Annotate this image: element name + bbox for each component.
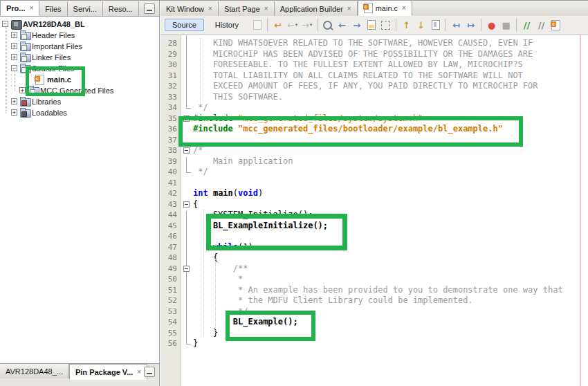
application-builder-tab[interactable]: Application Builder× [275, 1, 358, 16]
kit-window-tab[interactable]: Kit Window× [160, 1, 219, 16]
line-number: 46 [168, 231, 177, 242]
line-number: 43 [168, 199, 177, 210]
expand-node-icon[interactable]: + [11, 54, 17, 60]
services-tab[interactable]: Servi... [68, 1, 103, 16]
expand-node-icon[interactable]: + [11, 98, 17, 104]
line-number: 33 [168, 92, 177, 103]
uncomment-icon[interactable]: // [535, 19, 548, 32]
find-selection-icon[interactable] [321, 19, 334, 32]
line-number: 36 [168, 124, 177, 135]
tree-item-header-files[interactable]: +Header Files [0, 30, 159, 41]
line-number: 30 [168, 59, 177, 71]
editor-toolbar: Source History ↩←▾→▾←→↑↓↤↦●■////c [160, 16, 588, 35]
avr128da48-window-tab[interactable]: AVR128DA48_... [0, 364, 69, 378]
line-number: 39 [168, 156, 177, 167]
tree-item-mcc-generated-files[interactable]: +MCC Generated Files [0, 85, 159, 96]
shift-line-right-icon[interactable]: ↦ [464, 19, 477, 32]
tree-item-main-c[interactable]: cmain.c [0, 74, 159, 85]
fold-extent-line [186, 211, 187, 340]
collapse-node-icon[interactable]: − [11, 65, 17, 71]
record-macro-icon[interactable]: ● [485, 19, 498, 32]
line-number-gutter[interactable]: 2829303132333435363738394041424344454647… [160, 35, 181, 386]
resources-tab[interactable]: Reso... [103, 1, 139, 16]
indent-guide [200, 38, 201, 102]
line-number: 34 [168, 102, 177, 113]
comment-icon[interactable]: // [520, 19, 533, 32]
close-tab-icon[interactable]: × [347, 6, 351, 12]
expand-node-icon[interactable]: + [11, 109, 17, 116]
collapse-fold-icon[interactable] [183, 201, 190, 208]
line-number: 55 [168, 328, 177, 339]
expand-node-icon[interactable]: + [19, 87, 26, 93]
pin-package-view-tab[interactable]: Pin Package V...× [69, 364, 147, 380]
close-tab-icon[interactable]: × [208, 6, 212, 12]
last-edited-doc-icon[interactable] [250, 19, 264, 32]
code-line-55: } [193, 328, 218, 339]
tree-item-important-files[interactable]: +Important Files [0, 41, 159, 52]
shift-line-left-icon[interactable]: ↤ [450, 19, 463, 32]
code-line-43: { [193, 199, 198, 210]
code-line-40: */ [193, 167, 208, 178]
expand-node-icon[interactable]: + [11, 43, 17, 49]
back-icon[interactable]: ←▾ [286, 19, 299, 32]
forward-icon[interactable]: →▾ [300, 19, 313, 32]
close-tab-icon[interactable]: × [402, 5, 406, 12]
header-source-toggle-icon[interactable]: c [549, 19, 562, 32]
tree-item-linker-files[interactable]: +Linker Files [0, 52, 159, 63]
icon-glyph: // [538, 20, 545, 30]
tree-item-project-root[interactable]: −AVR128DA48_BL [0, 19, 159, 30]
close-tab-icon[interactable]: × [264, 6, 268, 12]
close-tab-icon[interactable]: × [137, 369, 141, 376]
line-number: 47 [168, 242, 177, 253]
tree-item-libraries[interactable]: +Libraries [0, 96, 159, 107]
previous-occurrence-icon[interactable]: ← [336, 19, 349, 32]
toolbar-separator [317, 19, 318, 31]
project-tree[interactable]: −AVR128DA48_BL+Header Files+Important Fi… [0, 17, 159, 362]
tree-item-source-files[interactable]: −Source Files [0, 63, 159, 74]
folder-icon [20, 65, 31, 73]
toolbar-separator [396, 19, 396, 31]
code-editor[interactable]: 2829303132333435363738394041424344454647… [160, 35, 588, 386]
rectangular-selection-icon[interactable] [379, 19, 392, 32]
collapse-fold-icon[interactable] [183, 116, 190, 122]
code-line-49: /** [193, 264, 248, 275]
collapse-fold-icon[interactable] [183, 266, 190, 272]
previous-bookmark-icon[interactable]: ↑ [400, 19, 413, 32]
close-tab-icon[interactable]: × [30, 5, 34, 12]
start-page-tab[interactable]: Start Page× [219, 1, 275, 16]
main-c-tab[interactable]: cmain.c× [358, 0, 412, 16]
code-line-32: EXCEED AMOUNT OF FEES, IF ANY, YOU PAID … [193, 81, 538, 92]
tree-item-label: MCC Generated Files [40, 85, 113, 96]
tab-label: Reso... [109, 5, 133, 13]
tree-item-loadables[interactable]: +Loadables [0, 107, 159, 118]
tab-label: Files [45, 5, 61, 13]
stop-macro-icon[interactable]: ■ [499, 19, 513, 32]
minimize-bottom-group-icon[interactable] [144, 367, 155, 377]
projects-panel: Pro...×FilesServi...Reso... −AVR128DA48_… [0, 1, 160, 386]
toggle-bookmark-icon[interactable] [429, 19, 442, 32]
code-line-44: SYSTEM_Initialize(); [193, 210, 313, 221]
toggle-highlight-search-icon[interactable] [365, 19, 378, 32]
source-view-button[interactable]: Source [165, 19, 204, 31]
next-occurrence-icon[interactable]: → [350, 19, 363, 32]
tree-item-label: main.c [47, 74, 71, 85]
folder-icon [20, 98, 31, 107]
collapse-node-icon[interactable]: − [2, 21, 8, 27]
minimize-left-panel-icon[interactable] [144, 3, 155, 14]
dropdown-caret-icon: ▾ [295, 22, 298, 28]
history-view-button[interactable]: History [210, 19, 244, 30]
line-number: 56 [168, 338, 177, 349]
next-bookmark-icon[interactable]: ↓ [414, 19, 428, 32]
icon-glyph: → [302, 20, 309, 30]
line-number: 37 [168, 135, 177, 146]
expand-node-icon[interactable]: + [11, 32, 17, 38]
c-file-icon: c [35, 75, 44, 85]
tree-item-label: Source Files [32, 63, 74, 74]
icon-glyph: ● [488, 20, 495, 30]
line-number: 49 [168, 264, 177, 275]
projects-tab[interactable]: Pro...× [0, 0, 39, 16]
collapse-fold-icon[interactable] [183, 147, 190, 154]
jump-last-edit-icon[interactable]: ↩ [271, 19, 284, 32]
files-tab[interactable]: Files [39, 1, 67, 16]
editor-panel: Kit Window×Start Page×Application Builde… [160, 1, 588, 386]
